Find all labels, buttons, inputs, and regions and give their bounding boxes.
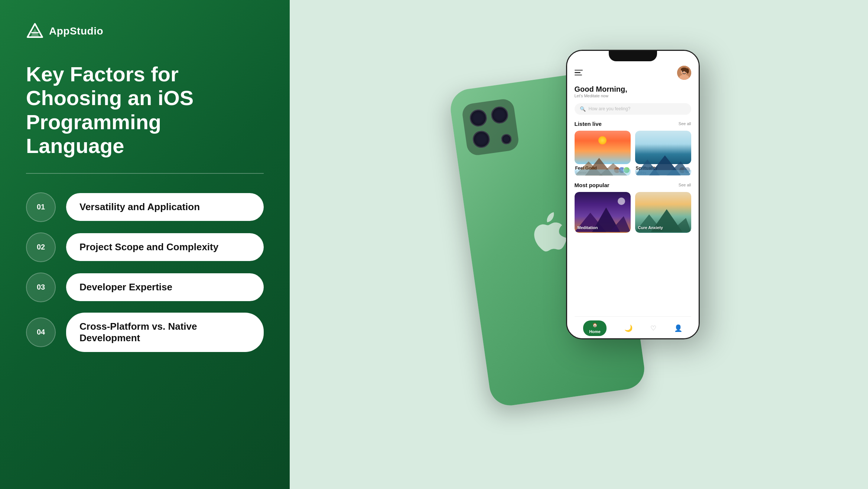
meditation-card-image: Meditation — [575, 192, 631, 233]
apple-logo-icon — [525, 209, 569, 264]
left-panel: AppStudio Key Factors for Choosing an iO… — [0, 0, 290, 489]
camera-lens-2 — [490, 105, 509, 124]
user-avatar[interactable] — [677, 66, 691, 80]
listen-live-see-all: See all — [679, 121, 691, 126]
svg-rect-17 — [635, 170, 691, 175]
listen-cards-row: Feel Good Salenor — [575, 131, 691, 176]
feelgood-card-image — [575, 131, 631, 164]
listen-live-header: Listen live See all — [575, 121, 691, 127]
factor-item-1: 01 Versatility and Application — [26, 192, 264, 222]
nav-home-item[interactable]: 🏠 Home — [583, 320, 607, 336]
sun-shape — [598, 136, 607, 144]
feelgood-mountains — [575, 156, 631, 176]
factor-number-2: 02 — [26, 232, 56, 262]
most-popular-header: Most popular See all — [575, 182, 691, 188]
factor-number-3: 03 — [26, 273, 56, 302]
nav-sleep-item[interactable]: 🌙 — [624, 324, 633, 332]
popular-card-cure-anxiety[interactable]: Cure Anxiety — [635, 192, 691, 233]
factor-text-4: Cross-Platform vs. Native Development — [66, 313, 264, 352]
bottom-nav: 🏠 Home 🌙 ♡ 👤 — [575, 316, 691, 338]
meditation-title: Meditation — [578, 225, 598, 230]
app-header — [575, 66, 691, 80]
phone-notch — [609, 51, 657, 61]
sprituality-mountains — [635, 152, 691, 176]
logo-area: AppStudio — [26, 22, 264, 40]
heart-nav-icon: ♡ — [650, 324, 656, 332]
factor-text-1: Versatility and Application — [66, 193, 264, 221]
listen-live-title: Listen live — [575, 121, 602, 127]
title-divider — [26, 173, 264, 174]
camera-lens-4 — [500, 133, 512, 145]
factor-item-3: 03 Developer Expertise — [26, 273, 264, 302]
nav-profile-item[interactable]: 👤 — [674, 324, 682, 332]
home-label: Home — [589, 329, 601, 334]
factor-number-1: 01 — [26, 192, 56, 222]
factor-text-3: Developer Expertise — [66, 273, 264, 301]
nav-favorites-item[interactable]: ♡ — [650, 324, 656, 332]
right-panel: Good Morning, Let's Meditate now 🔍 How a… — [290, 0, 868, 489]
search-placeholder-text: How are you feeling? — [589, 106, 631, 111]
listen-card-sprituality[interactable]: Sprituality Andrey — [635, 131, 691, 176]
cure-anxiety-title: Cure Anxiety — [638, 225, 663, 230]
greeting-section: Good Morning, Let's Meditate now — [575, 85, 691, 98]
cure-anxiety-card-image: Cure Anxiety — [635, 192, 691, 233]
svg-rect-13 — [575, 169, 631, 175]
sprituality-card-image — [635, 131, 691, 164]
camera-lens-3 — [471, 130, 491, 149]
most-popular-title: Most popular — [575, 182, 609, 188]
camera-module — [461, 98, 520, 156]
search-bar[interactable]: 🔍 How are you feeling? — [575, 103, 691, 115]
greeting-subtitle: Let's Meditate now — [575, 94, 691, 98]
factor-number-4: 04 — [26, 317, 56, 347]
brand-name: AppStudio — [49, 25, 103, 37]
greeting-title: Good Morning, — [575, 85, 691, 94]
moon-nav-icon: 🌙 — [624, 324, 633, 332]
svg-point-9 — [686, 68, 689, 74]
listen-card-feelgood[interactable]: Feel Good Salenor — [575, 131, 631, 176]
home-icon: 🏠 — [592, 323, 598, 327]
factor-item-4: 04 Cross-Platform vs. Native Development — [26, 313, 264, 352]
profile-nav-icon: 👤 — [674, 324, 682, 332]
popular-cards-row: Meditation Cure Anxiety — [575, 192, 691, 233]
factor-item-2: 02 Project Scope and Complexity — [26, 232, 264, 262]
phones-container: Good Morning, Let's Meditate now 🔍 How a… — [458, 50, 700, 440]
page-title: Key Factors for Choosing an iOS Programm… — [26, 62, 264, 158]
popular-card-meditation[interactable]: Meditation — [575, 192, 631, 233]
factor-text-2: Project Scope and Complexity — [66, 233, 264, 261]
appstudio-logo-icon — [26, 22, 44, 40]
phone-front: Good Morning, Let's Meditate now 🔍 How a… — [566, 50, 700, 339]
phone-screen: Good Morning, Let's Meditate now 🔍 How a… — [567, 51, 699, 338]
menu-icon[interactable] — [575, 70, 583, 76]
factors-list: 01 Versatility and Application 02 Projec… — [26, 192, 264, 352]
most-popular-see-all: See all — [679, 183, 691, 187]
search-icon: 🔍 — [580, 106, 586, 112]
camera-lens-1 — [468, 108, 488, 127]
